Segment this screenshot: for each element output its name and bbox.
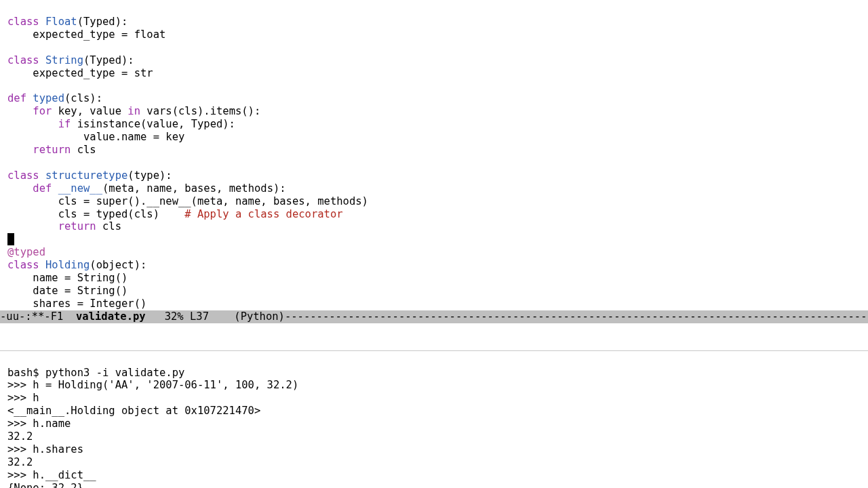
code-text: name = String() <box>7 272 127 284</box>
term-line: >>> h = Holding('AA', '2007-06-11', 100,… <box>7 379 298 391</box>
keyword-return: return <box>58 220 96 232</box>
editor-pane[interactable]: class Float(Typed): expected_type = floa… <box>0 0 868 310</box>
code-text: (Typed): <box>77 16 128 28</box>
code-text: expected_type = str <box>7 67 153 79</box>
class-name-holding: Holding <box>45 259 90 271</box>
keyword-return: return <box>33 144 71 156</box>
editor-cursor <box>7 233 14 245</box>
indent <box>7 118 58 130</box>
modeline-flags: -uu-:**-F1 <box>0 310 76 323</box>
term-line: >>> h <box>7 392 39 404</box>
term-line: <__main__.Holding object at 0x107221470> <box>7 405 260 417</box>
code-text: date = String() <box>7 285 127 297</box>
code-text: cls = super().__new__(meta, name, bases,… <box>7 195 368 207</box>
func-name-new: __new__ <box>58 182 102 195</box>
keyword-def: def <box>7 92 26 104</box>
code-text: (meta, name, bases, methods): <box>102 182 286 195</box>
indent <box>7 220 58 232</box>
indent <box>7 105 33 117</box>
code-text: (type): <box>127 169 172 182</box>
keyword-class: class <box>7 169 39 182</box>
term-line: bash$ python3 -i validate.py <box>7 367 184 379</box>
code-text: cls = typed(cls) <box>7 208 184 220</box>
modeline-line: L37 <box>190 310 209 323</box>
code-text: (object): <box>90 259 146 271</box>
modeline-dashes: ----------------------------------------… <box>285 310 868 323</box>
code-text: (cls): <box>64 92 102 104</box>
code-text: expected_type = float <box>7 28 165 41</box>
indent <box>7 144 33 156</box>
comment: # Apply a class decorator <box>184 208 342 220</box>
keyword-class: class <box>7 259 39 271</box>
code-text: (Typed): <box>83 54 134 66</box>
term-line: >>> h.shares <box>7 443 83 455</box>
code-text: isinstance(value, Typed): <box>71 118 235 130</box>
keyword-if: if <box>58 118 71 130</box>
term-line: 32.2 <box>7 456 33 468</box>
keyword-def: def <box>33 182 52 195</box>
indent <box>7 182 33 195</box>
func-name-typed: typed <box>33 92 64 104</box>
code-text: key, value <box>52 105 127 117</box>
term-line: >>> h.__dict__ <box>7 469 96 481</box>
keyword-class: class <box>7 16 39 28</box>
modeline-filename: validate.py <box>76 310 146 323</box>
keyword-in: in <box>127 105 140 117</box>
keyword-for: for <box>33 105 52 117</box>
decorator: @typed <box>7 246 45 258</box>
modeline-percent: 32% <box>146 310 190 323</box>
code-text: cls <box>96 220 121 232</box>
term-line: 32.2 <box>7 430 33 443</box>
terminal-pane[interactable]: bash$ python3 -i validate.py >>> h = Hol… <box>0 351 868 488</box>
mode-line: -uu-:**-F1 validate.py 32% L37 (Python)-… <box>0 310 868 323</box>
code-text: cls <box>71 144 96 156</box>
code-text: vars(cls).items(): <box>140 105 260 117</box>
modeline-mode: (Python) <box>209 310 285 323</box>
class-name-structuretype: structuretype <box>45 169 127 182</box>
term-line: {None: 32.2} <box>7 482 83 488</box>
class-name-string: String <box>45 54 83 66</box>
code-text: shares = Integer() <box>7 298 146 310</box>
window-divider <box>0 323 868 351</box>
term-line: >>> h.name <box>7 418 71 430</box>
keyword-class: class <box>7 54 39 66</box>
class-name-float: Float <box>45 16 77 28</box>
code-text: value.name = key <box>7 131 184 143</box>
